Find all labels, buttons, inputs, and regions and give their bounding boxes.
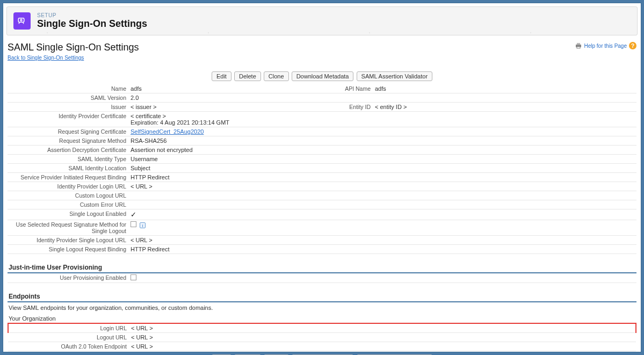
back-to-sso-settings-link[interactable]: Back to Single Sign-On Settings [8,55,84,61]
oauth-endpoint-label: OAuth 2.0 Token Endpoint [8,342,129,351]
custom-logout-url-value [128,191,636,200]
help-for-this-page-link[interactable]: Help for this Page ? [575,42,637,49]
assert-decrypt-label: Assertion Decryption Certificate [8,146,128,155]
use-selected-rsm-label: Use Selected Request Signature Method fo… [8,220,128,236]
custom-error-url-label: Custom Error URL [8,200,128,209]
svg-point-1 [20,19,22,21]
logout-url-value: < URL > [129,333,636,342]
sp-binding-value: HTTP Redirect [128,173,636,182]
unchecked-checkbox-icon [131,274,136,280]
jit-section-heading: Just-in-time User Provisioning [8,262,636,273]
endpoints-section-heading: Endpoints [8,291,636,302]
idp-single-logout-url-value: < URL > [128,236,636,245]
info-icon[interactable]: i [140,222,146,228]
entity-id-value: < entity ID > [373,103,636,112]
single-logout-enabled-label: Single Logout Enabled [8,209,128,220]
single-logout-enabled-value: ✓ [128,209,636,220]
unchecked-checkbox-icon [131,221,136,227]
logout-url-label: Logout URL [8,333,129,342]
api-name-label: API Name [295,84,373,93]
saml-id-loc-label: SAML Identity Location [8,164,128,173]
single-logout-binding-label: Single Logout Request Binding [8,245,128,254]
endpoints-table: Login URL < URL > Logout URL < URL > OAu… [8,323,636,351]
sp-binding-label: Service Provider Initiated Request Bindi… [8,173,128,182]
clone-button[interactable]: Clone [264,71,289,81]
saml-assertion-validator-button[interactable]: SAML Assertion Validator [357,71,433,81]
req-sign-method-label: Request Signature Method [8,136,128,146]
login-url-label: Login URL [8,323,129,333]
api-name-value: adfs [373,84,636,93]
svg-rect-0 [18,18,24,23]
saml-version-value: 2.0 [128,93,636,103]
saml-config-details: Name adfs API Name adfs SAML Version 2.0… [8,84,636,254]
idp-cert-value: < certificate > Expiration: 4 Aug 2021 2… [128,112,636,127]
req-sign-cert-label: Request Signing Certificate [8,127,128,136]
use-selected-rsm-value: i [128,220,636,236]
page-title: SAML Single Sign-On Settings [8,42,139,53]
header-title: Single Sign-On Settings [37,18,147,30]
custom-error-url-value [128,200,636,209]
issuer-value: < issuer > [128,103,295,112]
header-eyebrow: SETUP [37,12,147,18]
name-label: Name [8,84,128,93]
endpoints-description: View SAML endpoints for your organizatio… [8,302,636,313]
req-sign-cert-link[interactable]: SelfSignedCert_25Aug2020 [131,128,204,135]
issuer-label: Issuer [8,103,128,112]
action-buttons-top: Edit Delete Clone Download Metadata SAML… [8,71,636,81]
setup-page-header: SETUP Single Sign-On Settings [6,6,638,35]
idp-login-url-value: < URL > [128,182,636,191]
idp-single-logout-url-label: Identity Provider Single Logout URL [8,236,128,245]
help-link-text: Help for this Page [584,43,627,49]
delete-button[interactable]: Delete [234,71,261,81]
user-provisioning-enabled-value [128,273,636,283]
help-icon: ? [629,42,636,49]
saml-id-type-label: SAML Identity Type [8,155,128,164]
login-url-value: < URL > [129,323,636,333]
custom-logout-url-label: Custom Logout URL [8,191,128,200]
assert-decrypt-value: Assertion not encrypted [128,146,636,155]
single-logout-binding-value: HTTP Redirect [128,245,636,254]
idp-cert-label: Identity Provider Certificate [8,112,128,127]
saml-version-label: SAML Version [8,93,128,103]
req-sign-method-value: RSA-SHA256 [128,136,636,146]
your-organization-heading: Your Organization [8,313,636,323]
entity-id-label: Entity ID [295,103,373,112]
svg-rect-3 [577,43,580,45]
saml-id-loc-value: Subject [128,164,636,173]
printer-icon [575,42,582,49]
name-value: adfs [128,84,295,93]
user-provisioning-enabled-label: User Provisioning Enabled [8,273,128,283]
download-metadata-button[interactable]: Download Metadata [292,71,354,81]
edit-button[interactable]: Edit [212,71,231,81]
jit-table: User Provisioning Enabled [8,273,636,283]
idp-login-url-label: Identity Provider Login URL [8,182,128,191]
saml-id-type-value: Username [128,155,636,164]
sso-header-icon [13,12,31,30]
oauth-endpoint-value: < URL > [129,342,636,351]
svg-rect-4 [577,47,580,48]
login-url-row-highlighted: Login URL < URL > [8,323,636,333]
